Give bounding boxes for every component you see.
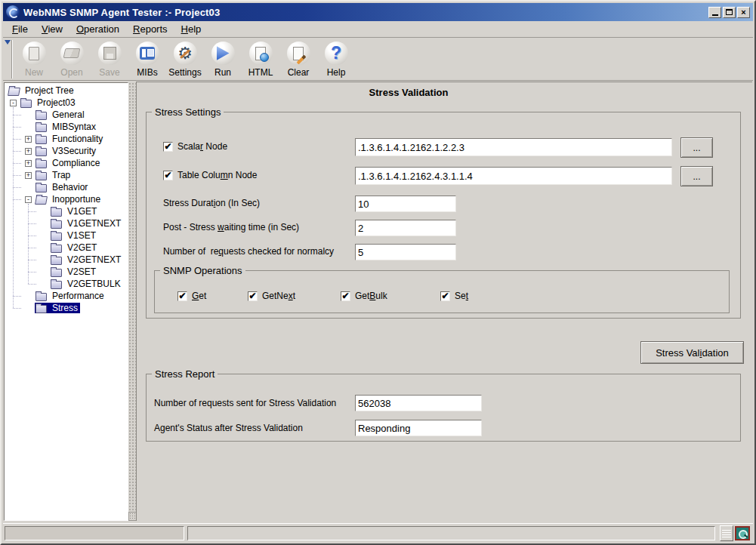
agent-status-field[interactable] (355, 420, 482, 436)
scalar-node-browse-button[interactable]: ... (680, 137, 713, 158)
post-stress-wait-label: Post - Stress waiting time (in Sec) (163, 222, 299, 232)
snmp-getnext-checkbox[interactable]: ✔GetNext (248, 291, 295, 301)
folder-icon (51, 208, 62, 217)
tree-item-label: V1GETNEXT (66, 218, 122, 229)
tree-item-v2set[interactable]: V2SET (5, 266, 128, 278)
menu-item-file[interactable]: File (5, 22, 35, 36)
run-button[interactable]: Run (204, 38, 242, 80)
toolbar-collapse-icon[interactable] (5, 40, 11, 45)
expand-toggle-icon[interactable]: + (25, 172, 32, 179)
tree-item-content: Trap (35, 170, 73, 180)
tree-item-general[interactable]: General (5, 109, 128, 121)
tree-item-trap[interactable]: +Trap (5, 169, 128, 181)
toolbar-handle[interactable] (11, 40, 13, 79)
close-icon: × (741, 8, 745, 17)
tree-item-label: V1SET (66, 230, 97, 241)
folder-icon (35, 172, 47, 180)
help-button[interactable]: ?Help (317, 38, 355, 80)
tree-item-v2getnext[interactable]: V2GETNEXT (5, 254, 128, 266)
help-question-icon: ? (331, 45, 341, 62)
tree-item-label: General (51, 109, 86, 120)
tree-item-content: V1GET (50, 206, 99, 217)
normalcy-requests-field[interactable] (355, 244, 456, 260)
expand-toggle-icon[interactable]: + (25, 160, 32, 167)
stress-report-title: Stress Report (152, 368, 218, 380)
status-log-icon[interactable] (720, 525, 733, 541)
folder-open-icon (35, 196, 48, 205)
maximize-button[interactable] (723, 7, 736, 18)
collapse-toggle-icon[interactable]: - (25, 196, 32, 203)
expand-toggle-icon[interactable]: + (25, 136, 32, 143)
save-floppy-icon (103, 47, 116, 60)
menu-item-help[interactable]: Help (174, 22, 208, 36)
folder-icon (51, 232, 62, 241)
checkbox-check-icon: ✔ (177, 291, 187, 301)
tree-item-v2get[interactable]: V2GET (5, 242, 128, 254)
tree-item-label: V2SET (66, 266, 97, 277)
toolbar-button-label: Help (327, 67, 346, 78)
stress-report-group: Stress Report Number of requests sent fo… (146, 374, 741, 442)
stress-duration-field[interactable] (355, 196, 456, 212)
tree-item-project03[interactable]: -Project03 (5, 97, 128, 109)
tree-item-content: V2SET (50, 266, 98, 277)
tree-item-functionality[interactable]: +Functionality (5, 133, 128, 145)
stress-validation-button[interactable]: Stress Validation (640, 341, 744, 364)
tree-item-project-tree[interactable]: Project Tree (5, 85, 128, 97)
snmp-set-checkbox[interactable]: ✔Set (440, 291, 468, 301)
folder-icon (51, 220, 62, 229)
menu-item-view[interactable]: View (35, 22, 69, 36)
close-button[interactable]: × (737, 7, 750, 18)
table-column-node-oid-field[interactable] (355, 167, 672, 185)
tree-item-label: Compliance (51, 158, 101, 168)
tree-item-performance[interactable]: Performance (5, 290, 128, 302)
toolbar: NewOpenSaveMIBs⚙SettingsRunHTMLClear?Hel… (3, 38, 753, 81)
tree-item-content: MIBSyntax (35, 122, 98, 132)
table-column-node-checkbox[interactable]: ✔ Table Column Node (163, 170, 257, 180)
tree-item-mibsyntax[interactable]: MIBSyntax (5, 121, 128, 133)
tree-selection: Stress (35, 303, 80, 313)
stress-settings-group: Stress Settings ✔ Scalar Node ... ✔ Tabl… (146, 112, 741, 319)
folder-icon (51, 257, 62, 265)
clear-button[interactable]: Clear (279, 38, 317, 80)
tree-item-label: Functionality (51, 134, 104, 144)
post-stress-wait-field[interactable] (355, 220, 456, 236)
tree-item-v2getbulk[interactable]: V2GETBULK (5, 278, 128, 290)
requests-sent-field[interactable] (355, 395, 482, 411)
scalar-node-checkbox[interactable]: ✔ Scalar Node (163, 141, 227, 152)
folder-icon (20, 100, 32, 108)
tree-item-label: V1GET (66, 206, 98, 217)
tree-item-v1getnext[interactable]: V1GETNEXT (5, 217, 128, 229)
minimize-button[interactable] (708, 7, 721, 18)
tree-item-behavior[interactable]: Behavior (5, 181, 128, 193)
toolbar-button-label: MIBs (137, 67, 157, 78)
menu-item-reports[interactable]: Reports (126, 22, 174, 36)
tree-item-v1set[interactable]: V1SET (5, 229, 128, 242)
tree-item-label: Trap (51, 170, 72, 180)
tree-item-label: Inopportune (51, 194, 102, 205)
app-window: WebNMS SNMP Agent Tester :- Project03 × … (0, 0, 756, 545)
checkbox-check-icon: ✔ (163, 171, 173, 180)
expand-toggle-icon[interactable]: + (25, 148, 32, 155)
report-viewer-icon[interactable] (735, 526, 750, 540)
mibs-button[interactable]: MIBs (128, 38, 166, 80)
snmp-getbulk-checkbox[interactable]: ✔GetBulk (341, 291, 387, 301)
tree-item-stress[interactable]: Stress (5, 302, 128, 314)
new-button: New (15, 38, 53, 80)
run-play-icon (217, 46, 230, 60)
tree-item-v3security[interactable]: +V3Security (5, 145, 128, 157)
table-column-node-browse-button[interactable]: ... (680, 166, 713, 186)
snmp-get-checkbox[interactable]: ✔Get (177, 291, 206, 301)
menu-item-operation[interactable]: Operation (69, 22, 126, 36)
collapse-toggle-icon[interactable]: - (10, 100, 17, 106)
tree-item-inopportune[interactable]: -Inopportune (5, 193, 128, 205)
save-button: Save (91, 38, 128, 80)
scalar-node-oid-field[interactable] (355, 138, 672, 156)
html-button[interactable]: HTML (242, 38, 279, 80)
title-bar[interactable]: WebNMS SNMP Agent Tester :- Project03 × (3, 3, 753, 21)
folder-icon (51, 281, 62, 289)
tree-item-compliance[interactable]: +Compliance (5, 157, 128, 169)
tree-item-label: Behavior (51, 182, 89, 192)
folder-icon (51, 245, 62, 253)
tree-item-v1get[interactable]: V1GET (5, 205, 128, 217)
settings-button[interactable]: ⚙Settings (166, 38, 204, 80)
